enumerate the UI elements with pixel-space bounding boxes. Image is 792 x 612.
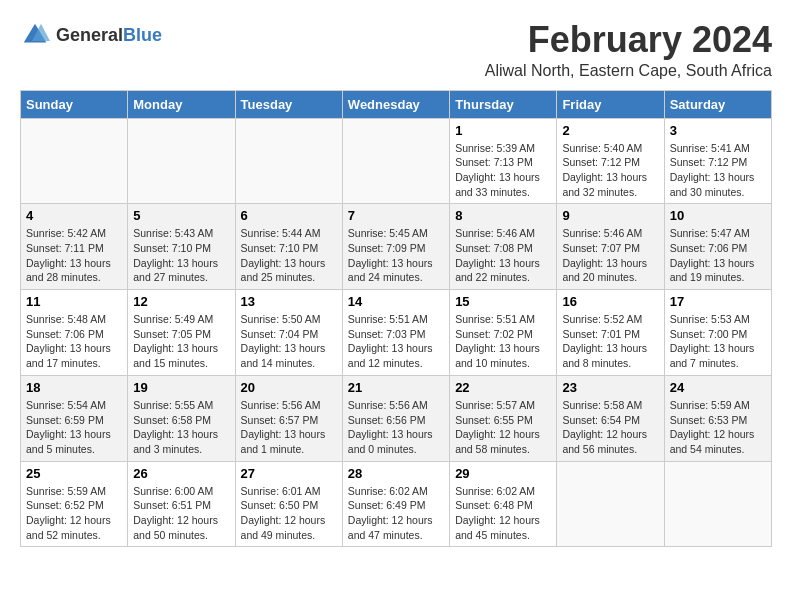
page-header: GeneralBlue February 2024 Aliwal North, …: [20, 20, 772, 80]
day-info: Sunrise: 5:40 AM Sunset: 7:12 PM Dayligh…: [562, 141, 658, 200]
table-row: 22Sunrise: 5:57 AM Sunset: 6:55 PM Dayli…: [450, 375, 557, 461]
day-number: 26: [133, 466, 229, 481]
day-number: 10: [670, 208, 766, 223]
table-row: [664, 461, 771, 547]
day-number: 21: [348, 380, 444, 395]
table-row: 1Sunrise: 5:39 AM Sunset: 7:13 PM Daylig…: [450, 118, 557, 204]
day-number: 7: [348, 208, 444, 223]
header-saturday: Saturday: [664, 90, 771, 118]
day-info: Sunrise: 6:00 AM Sunset: 6:51 PM Dayligh…: [133, 484, 229, 543]
table-row: 23Sunrise: 5:58 AM Sunset: 6:54 PM Dayli…: [557, 375, 664, 461]
day-info: Sunrise: 5:39 AM Sunset: 7:13 PM Dayligh…: [455, 141, 551, 200]
day-info: Sunrise: 6:02 AM Sunset: 6:48 PM Dayligh…: [455, 484, 551, 543]
table-row: 24Sunrise: 5:59 AM Sunset: 6:53 PM Dayli…: [664, 375, 771, 461]
header-thursday: Thursday: [450, 90, 557, 118]
day-number: 19: [133, 380, 229, 395]
table-row: 19Sunrise: 5:55 AM Sunset: 6:58 PM Dayli…: [128, 375, 235, 461]
day-number: 6: [241, 208, 337, 223]
day-info: Sunrise: 5:46 AM Sunset: 7:08 PM Dayligh…: [455, 226, 551, 285]
table-row: 29Sunrise: 6:02 AM Sunset: 6:48 PM Dayli…: [450, 461, 557, 547]
calendar-week-row: 18Sunrise: 5:54 AM Sunset: 6:59 PM Dayli…: [21, 375, 772, 461]
calendar-header-row: Sunday Monday Tuesday Wednesday Thursday…: [21, 90, 772, 118]
day-info: Sunrise: 5:48 AM Sunset: 7:06 PM Dayligh…: [26, 312, 122, 371]
table-row: 16Sunrise: 5:52 AM Sunset: 7:01 PM Dayli…: [557, 290, 664, 376]
table-row: [235, 118, 342, 204]
calendar-week-row: 25Sunrise: 5:59 AM Sunset: 6:52 PM Dayli…: [21, 461, 772, 547]
day-info: Sunrise: 6:02 AM Sunset: 6:49 PM Dayligh…: [348, 484, 444, 543]
table-row: 11Sunrise: 5:48 AM Sunset: 7:06 PM Dayli…: [21, 290, 128, 376]
day-info: Sunrise: 5:45 AM Sunset: 7:09 PM Dayligh…: [348, 226, 444, 285]
header-sunday: Sunday: [21, 90, 128, 118]
table-row: [128, 118, 235, 204]
day-info: Sunrise: 5:59 AM Sunset: 6:53 PM Dayligh…: [670, 398, 766, 457]
table-row: 26Sunrise: 6:00 AM Sunset: 6:51 PM Dayli…: [128, 461, 235, 547]
table-row: 4Sunrise: 5:42 AM Sunset: 7:11 PM Daylig…: [21, 204, 128, 290]
table-row: 27Sunrise: 6:01 AM Sunset: 6:50 PM Dayli…: [235, 461, 342, 547]
day-number: 27: [241, 466, 337, 481]
header-monday: Monday: [128, 90, 235, 118]
day-info: Sunrise: 5:57 AM Sunset: 6:55 PM Dayligh…: [455, 398, 551, 457]
table-row: 13Sunrise: 5:50 AM Sunset: 7:04 PM Dayli…: [235, 290, 342, 376]
day-info: Sunrise: 5:56 AM Sunset: 6:57 PM Dayligh…: [241, 398, 337, 457]
table-row: [21, 118, 128, 204]
day-number: 18: [26, 380, 122, 395]
day-number: 15: [455, 294, 551, 309]
day-number: 25: [26, 466, 122, 481]
table-row: 8Sunrise: 5:46 AM Sunset: 7:08 PM Daylig…: [450, 204, 557, 290]
day-number: 2: [562, 123, 658, 138]
calendar-table: Sunday Monday Tuesday Wednesday Thursday…: [20, 90, 772, 548]
day-info: Sunrise: 5:50 AM Sunset: 7:04 PM Dayligh…: [241, 312, 337, 371]
day-number: 13: [241, 294, 337, 309]
day-number: 8: [455, 208, 551, 223]
day-info: Sunrise: 5:55 AM Sunset: 6:58 PM Dayligh…: [133, 398, 229, 457]
calendar-week-row: 1Sunrise: 5:39 AM Sunset: 7:13 PM Daylig…: [21, 118, 772, 204]
day-number: 4: [26, 208, 122, 223]
day-info: Sunrise: 5:44 AM Sunset: 7:10 PM Dayligh…: [241, 226, 337, 285]
day-info: Sunrise: 6:01 AM Sunset: 6:50 PM Dayligh…: [241, 484, 337, 543]
day-info: Sunrise: 5:47 AM Sunset: 7:06 PM Dayligh…: [670, 226, 766, 285]
day-number: 11: [26, 294, 122, 309]
table-row: 14Sunrise: 5:51 AM Sunset: 7:03 PM Dayli…: [342, 290, 449, 376]
day-number: 16: [562, 294, 658, 309]
day-number: 20: [241, 380, 337, 395]
day-number: 17: [670, 294, 766, 309]
logo-general: GeneralBlue: [56, 26, 162, 45]
logo: GeneralBlue: [20, 20, 162, 50]
calendar-week-row: 11Sunrise: 5:48 AM Sunset: 7:06 PM Dayli…: [21, 290, 772, 376]
day-number: 14: [348, 294, 444, 309]
table-row: 5Sunrise: 5:43 AM Sunset: 7:10 PM Daylig…: [128, 204, 235, 290]
day-info: Sunrise: 5:51 AM Sunset: 7:03 PM Dayligh…: [348, 312, 444, 371]
table-row: 6Sunrise: 5:44 AM Sunset: 7:10 PM Daylig…: [235, 204, 342, 290]
table-row: [557, 461, 664, 547]
table-row: 15Sunrise: 5:51 AM Sunset: 7:02 PM Dayli…: [450, 290, 557, 376]
day-number: 24: [670, 380, 766, 395]
day-info: Sunrise: 5:58 AM Sunset: 6:54 PM Dayligh…: [562, 398, 658, 457]
day-info: Sunrise: 5:46 AM Sunset: 7:07 PM Dayligh…: [562, 226, 658, 285]
logo-icon: [20, 20, 50, 50]
table-row: 7Sunrise: 5:45 AM Sunset: 7:09 PM Daylig…: [342, 204, 449, 290]
day-info: Sunrise: 5:54 AM Sunset: 6:59 PM Dayligh…: [26, 398, 122, 457]
day-info: Sunrise: 5:41 AM Sunset: 7:12 PM Dayligh…: [670, 141, 766, 200]
table-row: 28Sunrise: 6:02 AM Sunset: 6:49 PM Dayli…: [342, 461, 449, 547]
table-row: 2Sunrise: 5:40 AM Sunset: 7:12 PM Daylig…: [557, 118, 664, 204]
day-info: Sunrise: 5:51 AM Sunset: 7:02 PM Dayligh…: [455, 312, 551, 371]
calendar-week-row: 4Sunrise: 5:42 AM Sunset: 7:11 PM Daylig…: [21, 204, 772, 290]
header-friday: Friday: [557, 90, 664, 118]
day-info: Sunrise: 5:52 AM Sunset: 7:01 PM Dayligh…: [562, 312, 658, 371]
day-number: 9: [562, 208, 658, 223]
day-number: 28: [348, 466, 444, 481]
day-info: Sunrise: 5:59 AM Sunset: 6:52 PM Dayligh…: [26, 484, 122, 543]
day-info: Sunrise: 5:49 AM Sunset: 7:05 PM Dayligh…: [133, 312, 229, 371]
day-number: 5: [133, 208, 229, 223]
month-title: February 2024: [485, 20, 772, 60]
day-number: 29: [455, 466, 551, 481]
day-number: 12: [133, 294, 229, 309]
table-row: 10Sunrise: 5:47 AM Sunset: 7:06 PM Dayli…: [664, 204, 771, 290]
day-number: 3: [670, 123, 766, 138]
day-info: Sunrise: 5:56 AM Sunset: 6:56 PM Dayligh…: [348, 398, 444, 457]
day-info: Sunrise: 5:42 AM Sunset: 7:11 PM Dayligh…: [26, 226, 122, 285]
table-row: 3Sunrise: 5:41 AM Sunset: 7:12 PM Daylig…: [664, 118, 771, 204]
table-row: 20Sunrise: 5:56 AM Sunset: 6:57 PM Dayli…: [235, 375, 342, 461]
header-wednesday: Wednesday: [342, 90, 449, 118]
header-tuesday: Tuesday: [235, 90, 342, 118]
